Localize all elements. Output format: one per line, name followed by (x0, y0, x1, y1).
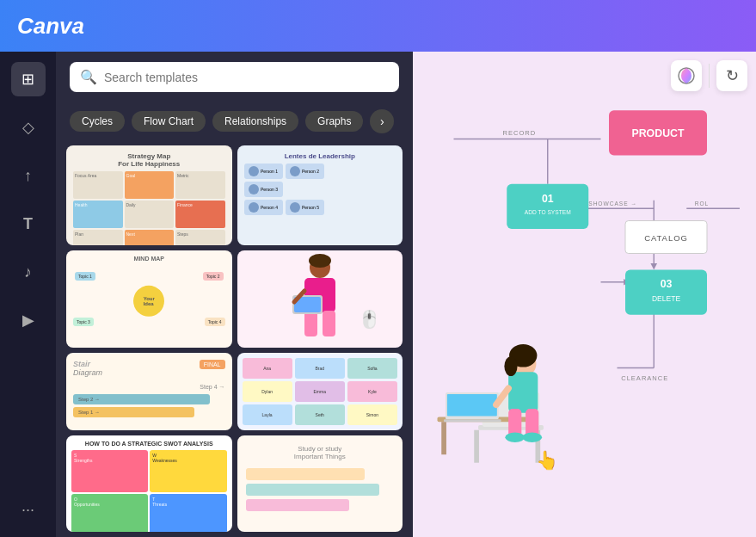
swot-s: SStrengths (71, 450, 148, 492)
app-header: Canva (0, 0, 756, 52)
mindmap-branch-4: Topic 4 (205, 318, 225, 326)
swot-o: OOpportunities (71, 494, 148, 532)
svg-point-51 (522, 433, 542, 442)
svg-rect-42 (444, 419, 501, 422)
photo-cell-1: Ana (243, 358, 292, 379)
strategy-cell-2: Metric (175, 171, 225, 199)
sidebar-icon-shapes[interactable]: ◇ (11, 110, 46, 145)
svg-text:ROL: ROL (695, 201, 710, 207)
svg-point-1 (309, 254, 331, 268)
left-sidebar: ⊞ ◇ ↑ T ♪ ▶ ··· (0, 52, 56, 537)
template-card-stair[interactable]: Stair Diagram FINAL Step 4 → Step 2 → St… (66, 353, 232, 430)
leadership-row: Person 1 Person 2 (244, 164, 396, 179)
study-bar-3 (246, 499, 350, 511)
strategy-cell-orange: Goal (125, 171, 175, 199)
templates-panel: 🔍 Cycles Flow Chart Relationships Graphs… (56, 52, 413, 537)
svg-text:03: 03 (661, 278, 673, 290)
svg-rect-44 (508, 372, 538, 413)
stair-steps: Step 4 → Step 2 → Step 1 → (73, 384, 225, 417)
figure-svg (286, 252, 354, 347)
photo-cell-8: Seth (295, 404, 345, 425)
search-bar: 🔍 (56, 52, 413, 102)
sidebar-icon-upload[interactable]: ↑ (11, 158, 46, 193)
template-card-leadership[interactable]: Lentes de Leadership Person 1 Person 2 P… (237, 145, 403, 245)
color-palette-button[interactable] (671, 60, 702, 91)
mindmap-branch-3: Topic 3 (73, 318, 94, 326)
stair-step4: Step 4 → (73, 384, 225, 390)
svg-rect-39 (441, 422, 446, 454)
chip-graphs[interactable]: Graphs (305, 111, 363, 132)
canvas-area: ↻ RECORD SHOWCASE → ROL (413, 52, 756, 537)
svg-text:👆: 👆 (536, 449, 559, 472)
color-palette-icon (677, 66, 696, 85)
search-icon: 🔍 (80, 69, 97, 85)
sidebar-icon-layout[interactable]: ⊞ (11, 62, 46, 96)
photo-cell-2: Brad (295, 358, 345, 379)
chip-cycles[interactable]: Cycles (70, 111, 125, 132)
sidebar-icon-video[interactable]: ▶ (11, 303, 46, 337)
person-block-5: Person 5 (286, 200, 324, 215)
svg-marker-18 (650, 263, 657, 270)
stair-badge: FINAL (200, 360, 225, 369)
strategy-cell-4: Plan (73, 230, 123, 245)
sidebar-more[interactable]: ··· (11, 492, 46, 527)
svg-rect-31 (625, 270, 707, 315)
chip-flowchart[interactable]: Flow Chart (132, 111, 206, 132)
person-block-2: Person 2 (286, 164, 324, 179)
main-layout: ⊞ ◇ ↑ T ♪ ▶ ··· 🔍 Cycles Flow Chart Rela… (0, 52, 756, 537)
sidebar-icon-text[interactable]: T (11, 207, 46, 241)
strategy-map-grid: Focus Area Goal Metric Health Daily Fina… (73, 171, 225, 245)
flowchart-svg: RECORD SHOWCASE → ROL CLEARANCE PRO (413, 52, 756, 537)
photo-cell-6: Kyle (347, 381, 397, 402)
swot-title: HOW TO DO A STRATEGIC SWOT ANALYSIS (71, 441, 227, 447)
svg-point-46 (504, 356, 517, 376)
leadership-rows: Person 1 Person 2 Person 3 Person 4 Pers… (244, 164, 396, 215)
template-card-swot[interactable]: HOW TO DO A STRATEGIC SWOT ANALYSIS SStr… (66, 435, 232, 532)
sidebar-icon-music[interactable]: ♪ (11, 255, 46, 289)
refresh-button[interactable]: ↻ (716, 60, 747, 91)
study-title: Study or studyImportant Things (243, 441, 398, 465)
photo-cell-9: Simon (347, 404, 397, 425)
search-input-wrapper[interactable]: 🔍 (70, 62, 399, 92)
person-block-4: Person 4 (244, 200, 283, 215)
strategy-cell-teal: Health (73, 201, 123, 228)
figure-wrapper: 🖱️ (243, 256, 398, 342)
strategy-cell-coral: Finance (175, 201, 225, 228)
template-card-team-photos[interactable]: Ana Brad Sofia Dylan Emma Kyle Layla Set… (237, 353, 403, 430)
swot-grid: SStrengths WWeaknesses OOpportunities TT… (71, 450, 227, 532)
svg-text:CATALOG: CATALOG (644, 233, 688, 243)
template-card-figure[interactable]: 🖱️ (237, 250, 403, 347)
svg-text:01: 01 (542, 193, 554, 205)
chips-arrow[interactable]: › (370, 109, 394, 133)
mindmap-title: MIND MAP (71, 256, 227, 262)
template-card-mindmap[interactable]: MIND MAP YourIdea Topic 1 Topic 2 Topic … (66, 250, 232, 347)
mindmap-branch-1: Topic 1 (75, 272, 95, 281)
search-input[interactable] (104, 71, 389, 84)
person-block: Person 1 (244, 164, 283, 179)
photo-cell-5: Emma (295, 381, 345, 402)
strategy-cell-6: Steps (175, 230, 225, 245)
photo-cell-7: Layla (243, 404, 292, 425)
swot-w: WWeaknesses (150, 450, 226, 492)
study-bar-2 (246, 484, 379, 496)
svg-text:PRODUCT: PRODUCT (631, 127, 684, 139)
svg-rect-4 (323, 311, 335, 336)
filter-chips: Cycles Flow Chart Relationships Graphs › (56, 102, 413, 140)
template-card-study[interactable]: Study or studyImportant Things (237, 435, 403, 532)
photo-cell-3: Sofia (347, 358, 397, 379)
svg-point-50 (505, 433, 525, 442)
study-bar-1 (246, 468, 365, 480)
svg-text:CLEARANCE: CLEARANCE (621, 374, 668, 382)
mindmap-center: YourIdea (133, 285, 164, 316)
canvas-toolbar: ↻ (671, 60, 747, 91)
svg-text:RECORD: RECORD (503, 129, 537, 137)
svg-text:DELETE: DELETE (652, 294, 681, 303)
svg-text:SHOWCASE →: SHOWCASE → (588, 201, 637, 207)
canva-logo: Canva (17, 13, 84, 40)
chip-relationships[interactable]: Relationships (212, 111, 298, 132)
cursor-icon: 🖱️ (359, 309, 380, 330)
stair-subtitle: Diagram (73, 368, 102, 377)
swot-t: TThreats (150, 494, 226, 532)
template-card-strategy-map[interactable]: Strategy MapFor Life Happiness Focus Are… (66, 145, 232, 245)
svg-rect-41 (447, 394, 497, 417)
